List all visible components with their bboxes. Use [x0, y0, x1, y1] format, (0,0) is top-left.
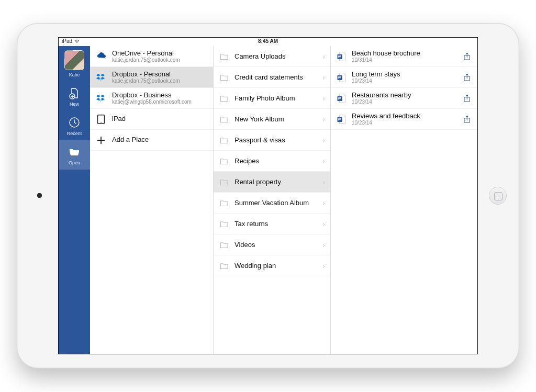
chevron-right-icon: › — [322, 157, 325, 165]
place-subtitle: katiej@wingtip58.onmicrosoft.com — [112, 99, 192, 105]
share-icon[interactable] — [463, 115, 472, 124]
folder-label: Tax returns — [234, 220, 317, 228]
folder-label: Summer Vacation Album — [234, 199, 317, 207]
chevron-right-icon: › — [322, 220, 325, 228]
sidebar-item-label: Open — [69, 160, 80, 165]
folder-open-icon — [68, 145, 81, 158]
folder-icon — [219, 94, 229, 103]
folder-row[interactable]: Rental property› — [214, 172, 330, 193]
share-icon[interactable] — [463, 94, 472, 103]
file-row[interactable]: Reviews and feedback10/23/14 — [331, 109, 477, 130]
share-icon[interactable] — [463, 52, 472, 61]
folder-label: Family Photo Album — [234, 94, 317, 102]
svg-point-0 — [76, 42, 77, 42]
chevron-right-icon: › — [322, 178, 325, 186]
folder-label: New York Album — [234, 115, 317, 123]
place-title: Dropbox - Personal — [112, 71, 180, 78]
place-row-dropbox[interactable]: Dropbox - Businesskatiej@wingtip58.onmic… — [90, 88, 213, 109]
file-date: 10/23/14 — [352, 78, 457, 84]
chevron-right-icon: › — [322, 199, 325, 207]
chevron-right-icon: › — [322, 241, 325, 249]
wifi-icon — [74, 39, 80, 44]
plus-icon — [95, 135, 107, 146]
file-row[interactable]: Long term stays10/23/14 — [331, 67, 477, 88]
folder-icon — [219, 199, 229, 207]
avatar — [64, 50, 84, 70]
folder-row[interactable]: Recipes› — [214, 151, 330, 172]
places-column: OneDrive - Personalkatie.jordan.75@outlo… — [90, 46, 214, 354]
sidebar-item-new[interactable]: New — [59, 82, 90, 111]
file-date: 10/31/14 — [352, 57, 457, 63]
folder-row[interactable]: Summer Vacation Album› — [214, 193, 330, 214]
chevron-right-icon: › — [322, 136, 325, 144]
home-button[interactable] — [489, 187, 507, 205]
file-date: 10/23/14 — [352, 120, 457, 126]
sidebar-item-label: Recent — [67, 131, 82, 136]
sidebar-user[interactable]: Katie — [59, 49, 90, 82]
place-subtitle: katie.jordan.75@outlook.com — [112, 78, 180, 84]
folder-row[interactable]: Family Photo Album› — [214, 88, 330, 109]
word-doc-icon — [336, 71, 347, 84]
files-column: Beach house brochure10/31/14Long term st… — [331, 46, 477, 354]
folders-column: Camera Uploads›Credit card statements›Fa… — [214, 46, 331, 354]
folder-row[interactable]: Tax returns› — [214, 214, 330, 234]
onedrive-icon — [95, 51, 107, 62]
dropbox-icon — [95, 72, 107, 83]
folder-label: Passport & visas — [234, 136, 317, 144]
folder-label: Credit card statements — [234, 73, 317, 81]
chevron-right-icon: › — [322, 115, 325, 124]
sidebar-user-label: Katie — [69, 72, 80, 77]
sidebar-item-open[interactable]: Open — [59, 140, 90, 170]
file-date: 10/23/14 — [352, 99, 457, 105]
folder-row[interactable]: Camera Uploads› — [214, 46, 330, 67]
folder-label: Rental property — [234, 178, 317, 186]
new-doc-icon — [68, 87, 81, 99]
place-title: OneDrive - Personal — [112, 50, 180, 57]
folder-icon — [219, 73, 229, 82]
folder-label: Videos — [234, 241, 317, 249]
place-row-plus[interactable]: Add a Place — [90, 130, 213, 151]
word-doc-icon — [336, 92, 347, 105]
place-title: Add a Place — [112, 136, 149, 143]
status-carrier: iPad — [62, 38, 72, 44]
file-name: Beach house brochure — [352, 50, 457, 57]
sidebar-item-label: New — [70, 102, 79, 107]
place-title: Dropbox - Business — [112, 92, 192, 99]
clock-icon — [68, 116, 81, 129]
chevron-right-icon: › — [322, 52, 325, 61]
folder-icon — [219, 136, 229, 144]
front-camera — [37, 193, 42, 198]
chevron-right-icon: › — [322, 94, 325, 103]
place-row-onedrive[interactable]: OneDrive - Personalkatie.jordan.75@outlo… — [90, 46, 213, 67]
place-subtitle: katie.jordan.75@outlook.com — [112, 57, 180, 63]
folder-row[interactable]: Videos› — [214, 234, 330, 255]
folder-icon — [219, 241, 229, 249]
chevron-right-icon: › — [322, 262, 325, 270]
folder-icon — [219, 115, 229, 124]
status-time: 8:45 AM — [258, 38, 278, 44]
ipad-frame: iPad 8:45 AM Katie — [17, 23, 519, 368]
folder-row[interactable]: Passport & visas› — [214, 130, 330, 151]
folder-label: Wedding plan — [234, 262, 317, 270]
place-row-dropbox[interactable]: Dropbox - Personalkatie.jordan.75@outloo… — [90, 67, 213, 88]
sidebar-item-recent[interactable]: Recent — [59, 111, 90, 140]
folder-icon — [219, 262, 229, 270]
folder-row[interactable]: Wedding plan› — [214, 255, 330, 276]
ipad-icon — [95, 114, 107, 125]
sidebar: Katie New Recent — [59, 46, 90, 354]
folder-row[interactable]: Credit card statements› — [214, 67, 330, 88]
file-row[interactable]: Restaurants nearby10/23/14 — [331, 88, 477, 109]
place-row-ipad[interactable]: iPad — [90, 109, 213, 130]
folder-icon — [219, 52, 229, 61]
file-name: Long term stays — [352, 71, 457, 78]
chevron-right-icon: › — [322, 73, 325, 82]
word-doc-icon — [336, 113, 347, 126]
folder-icon — [219, 178, 229, 186]
folder-label: Recipes — [234, 157, 317, 165]
share-icon[interactable] — [463, 73, 472, 82]
folder-icon — [219, 220, 229, 228]
file-row[interactable]: Beach house brochure10/31/14 — [331, 46, 477, 67]
folder-row[interactable]: New York Album› — [214, 109, 330, 130]
folder-icon — [219, 157, 229, 165]
dropbox-icon — [95, 93, 107, 104]
